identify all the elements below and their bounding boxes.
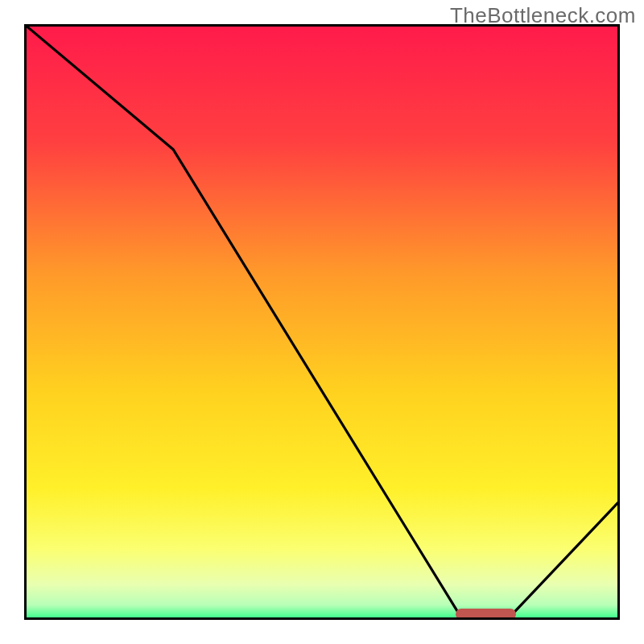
optimal-range-marker <box>456 609 516 620</box>
bottleneck-curve <box>24 24 620 620</box>
plot-area <box>24 24 620 620</box>
chart-frame: TheBottleneck.com <box>0 0 644 644</box>
